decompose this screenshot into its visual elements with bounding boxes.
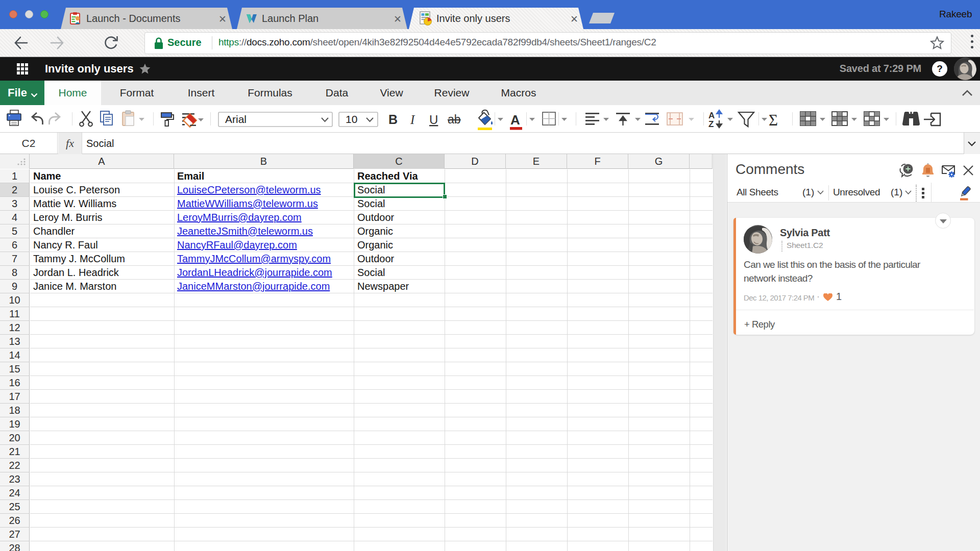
svg-text:U: U <box>429 113 438 127</box>
svg-text:ab: ab <box>448 113 461 126</box>
svg-text:B: B <box>388 112 398 127</box>
svg-text:A: A <box>510 112 520 128</box>
svg-text:Arial: Arial <box>225 113 247 125</box>
svg-text:Z: Z <box>708 119 714 129</box>
svg-text:10: 10 <box>346 113 357 125</box>
svg-text:Σ: Σ <box>769 111 778 129</box>
svg-text:I: I <box>410 113 415 127</box>
